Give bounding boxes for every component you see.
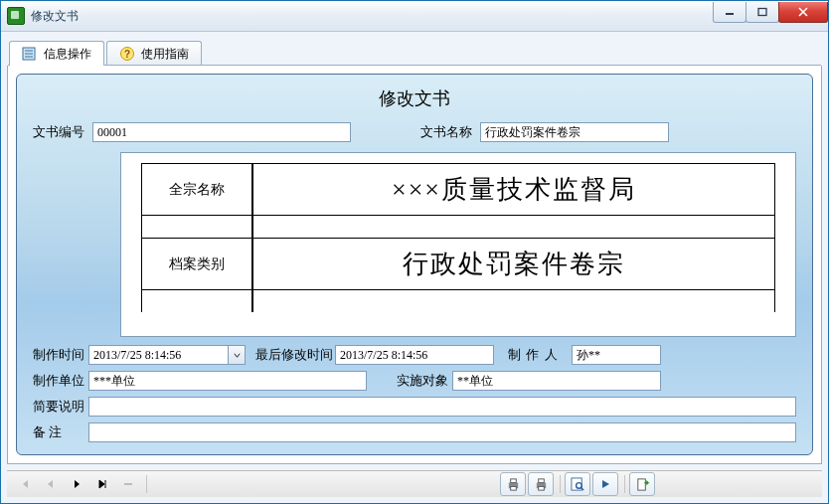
print-setup-button[interactable] — [528, 472, 554, 496]
document-export-icon — [635, 477, 650, 492]
content-outer: 修改文书 文书编号 文书名称 全宗名称 ×××质量技术监督局 — [7, 66, 822, 464]
svg-rect-18 — [637, 478, 645, 489]
app-window: 修改文书 信息操作 ? 使用指南 — [0, 0, 829, 504]
svg-rect-1 — [758, 9, 766, 16]
doc-table: 全宗名称 ×××质量技术监督局 档案类别 行政处罚案件卷宗 — [141, 163, 775, 312]
doc-no-label: 文书编号 — [33, 123, 92, 141]
desc-input[interactable] — [88, 397, 796, 417]
doc-name-input[interactable] — [480, 122, 669, 142]
nav-next-button[interactable] — [65, 473, 88, 495]
nav-stop-button[interactable] — [116, 473, 140, 495]
document-preview[interactable]: 全宗名称 ×××质量技术监督局 档案类别 行政处罚案件卷宗 — [120, 152, 796, 337]
tabs-row: 信息操作 ? 使用指南 — [1, 32, 828, 66]
print-button[interactable] — [500, 472, 526, 496]
form-panel: 修改文书 文书编号 文书名称 全宗名称 ×××质量技术监督局 — [16, 74, 813, 455]
last-mod-input[interactable] — [335, 345, 494, 365]
svg-rect-10 — [510, 478, 516, 482]
creator-label: 制 作 人 — [508, 346, 572, 364]
chevron-down-icon — [234, 352, 241, 359]
create-time-picker[interactable] — [88, 345, 246, 365]
nav-last-icon — [96, 478, 108, 490]
window-title: 修改文书 — [31, 8, 79, 25]
nav-prev-icon — [45, 478, 57, 490]
unit-label: 制作单位 — [33, 372, 88, 390]
export-button[interactable] — [629, 472, 655, 496]
play-button[interactable] — [592, 472, 618, 496]
tab-info-label: 信息操作 — [44, 46, 91, 63]
target-label: 实施对象 — [397, 372, 452, 390]
doc-no-input[interactable] — [92, 122, 351, 142]
printer-icon — [506, 477, 521, 492]
toolbar-separator-3 — [624, 475, 625, 493]
unit-input[interactable] — [88, 371, 367, 391]
date-dropdown-button[interactable] — [228, 345, 246, 365]
svg-rect-11 — [510, 486, 516, 490]
preview-button[interactable] — [565, 472, 590, 496]
maximize-button[interactable] — [746, 2, 779, 23]
minimize-button[interactable] — [713, 2, 746, 23]
minimize-icon — [724, 7, 736, 17]
tab-guide-label: 使用指南 — [141, 46, 189, 63]
doc-full-name-value: ×××质量技术监督局 — [252, 163, 775, 216]
nav-next-icon — [71, 478, 83, 490]
window-controls — [714, 2, 828, 22]
printer-gear-icon — [534, 477, 549, 492]
last-mod-label: 最后修改时间 — [255, 346, 335, 364]
titlebar: 修改文书 — [1, 1, 828, 32]
target-input[interactable] — [452, 371, 661, 391]
doc-archive-type-label: 档案类别 — [141, 238, 252, 290]
svg-rect-14 — [538, 486, 544, 490]
tab-info[interactable]: 信息操作 — [9, 41, 104, 66]
nav-prev-button[interactable] — [39, 473, 63, 495]
row-doc-id-name: 文书编号 文书名称 — [33, 122, 796, 142]
svg-text:?: ? — [124, 49, 130, 60]
doc-name-label: 文书名称 — [420, 123, 480, 141]
toolbar-separator — [146, 475, 147, 493]
magnifier-icon — [571, 477, 585, 492]
help-icon: ? — [119, 46, 135, 62]
nav-first-icon — [19, 478, 31, 490]
nav-last-button[interactable] — [90, 473, 114, 495]
desc-label: 简要说明 — [33, 398, 88, 416]
play-icon — [599, 478, 611, 490]
doc-full-name-label: 全宗名称 — [141, 163, 252, 216]
create-time-label: 制作时间 — [33, 346, 88, 364]
panel-title: 修改文书 — [33, 86, 796, 110]
create-time-input[interactable] — [88, 345, 228, 365]
creator-input[interactable] — [572, 345, 661, 365]
remark-input[interactable] — [88, 422, 796, 442]
svg-rect-13 — [538, 478, 544, 482]
bottom-toolbar — [7, 470, 822, 497]
doc-archive-type-value: 行政处罚案件卷宗 — [252, 238, 775, 290]
close-icon — [797, 7, 809, 17]
minus-icon — [122, 478, 134, 490]
remark-label: 备 注 — [33, 423, 88, 441]
close-button[interactable] — [778, 2, 828, 23]
info-tab-icon — [22, 46, 38, 62]
lower-form: 制作时间 最后修改时间 制 作 人 制作单位 实施对象 — [33, 345, 796, 442]
toolbar-separator-2 — [560, 475, 561, 493]
app-icon — [7, 7, 25, 25]
tab-guide[interactable]: ? 使用指南 — [106, 41, 202, 66]
svg-rect-8 — [124, 483, 132, 485]
maximize-icon — [756, 7, 768, 17]
nav-first-button[interactable] — [13, 473, 37, 495]
